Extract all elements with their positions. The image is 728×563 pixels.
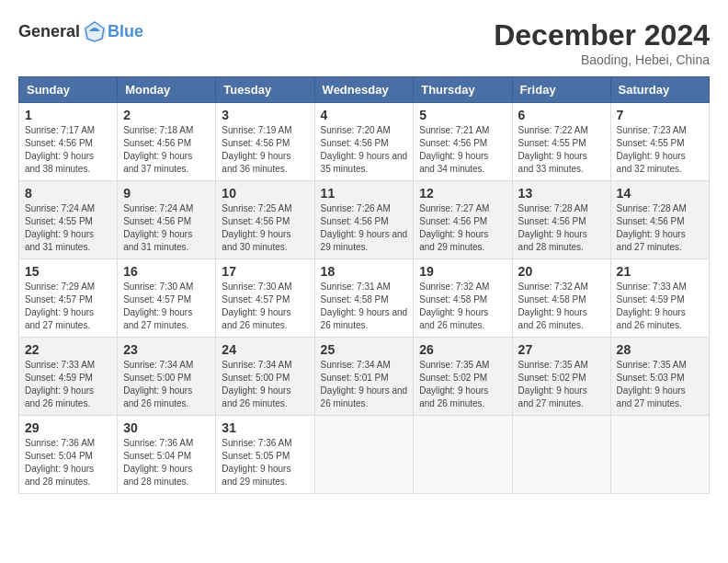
- calendar-cell: 23Sunrise: 7:34 AM Sunset: 5:00 PM Dayli…: [118, 338, 216, 416]
- day-info: Sunrise: 7:30 AM Sunset: 4:57 PM Dayligh…: [123, 281, 210, 332]
- day-info: Sunrise: 7:28 AM Sunset: 4:56 PM Dayligh…: [518, 202, 605, 254]
- day-number: 26: [419, 342, 506, 357]
- calendar-header-sunday: Sunday: [19, 77, 118, 103]
- day-number: 9: [123, 186, 210, 201]
- logo-general: General: [18, 22, 80, 41]
- calendar-cell: [610, 416, 709, 494]
- day-number: 4: [321, 108, 408, 122]
- calendar-cell: 14Sunrise: 7:28 AM Sunset: 4:56 PM Dayli…: [610, 181, 709, 259]
- day-info: Sunrise: 7:20 AM Sunset: 4:56 PM Dayligh…: [321, 124, 408, 176]
- day-info: Sunrise: 7:22 AM Sunset: 4:55 PM Dayligh…: [518, 124, 605, 176]
- day-number: 29: [25, 420, 111, 435]
- day-number: 12: [419, 186, 506, 201]
- day-info: Sunrise: 7:17 AM Sunset: 4:56 PM Dayligh…: [25, 124, 111, 176]
- calendar-cell: 5Sunrise: 7:21 AM Sunset: 4:56 PM Daylig…: [414, 103, 512, 181]
- day-number: 24: [222, 342, 308, 357]
- calendar-header-row: SundayMondayTuesdayWednesdayThursdayFrid…: [19, 77, 710, 103]
- day-info: Sunrise: 7:33 AM Sunset: 4:59 PM Dayligh…: [25, 359, 111, 410]
- calendar-cell: 1Sunrise: 7:17 AM Sunset: 4:56 PM Daylig…: [19, 103, 118, 181]
- day-number: 16: [123, 264, 210, 279]
- calendar-cell: 4Sunrise: 7:20 AM Sunset: 4:56 PM Daylig…: [314, 103, 414, 181]
- calendar-cell: [414, 416, 512, 494]
- month-year: December 2024: [494, 18, 710, 52]
- calendar-cell: 7Sunrise: 7:23 AM Sunset: 4:55 PM Daylig…: [610, 103, 709, 181]
- calendar-cell: 31Sunrise: 7:36 AM Sunset: 5:05 PM Dayli…: [216, 416, 314, 494]
- day-number: 31: [222, 420, 308, 435]
- day-number: 28: [617, 342, 703, 357]
- day-number: 21: [617, 264, 703, 279]
- calendar-cell: 3Sunrise: 7:19 AM Sunset: 4:56 PM Daylig…: [216, 103, 314, 181]
- calendar-cell: 20Sunrise: 7:32 AM Sunset: 4:58 PM Dayli…: [512, 259, 610, 338]
- calendar-header-saturday: Saturday: [610, 77, 709, 103]
- calendar-cell: [314, 416, 414, 494]
- day-info: Sunrise: 7:28 AM Sunset: 4:56 PM Dayligh…: [617, 202, 703, 254]
- day-number: 5: [419, 108, 506, 122]
- day-info: Sunrise: 7:26 AM Sunset: 4:56 PM Dayligh…: [321, 202, 408, 254]
- calendar-cell: 24Sunrise: 7:34 AM Sunset: 5:00 PM Dayli…: [216, 338, 314, 416]
- calendar-cell: 25Sunrise: 7:34 AM Sunset: 5:01 PM Dayli…: [314, 338, 414, 416]
- day-info: Sunrise: 7:33 AM Sunset: 4:59 PM Dayligh…: [617, 281, 703, 332]
- day-number: 13: [518, 186, 605, 201]
- day-info: Sunrise: 7:31 AM Sunset: 4:58 PM Dayligh…: [321, 281, 408, 332]
- calendar-cell: 26Sunrise: 7:35 AM Sunset: 5:02 PM Dayli…: [414, 338, 512, 416]
- day-number: 19: [419, 264, 506, 279]
- day-info: Sunrise: 7:29 AM Sunset: 4:57 PM Dayligh…: [25, 281, 111, 332]
- day-info: Sunrise: 7:35 AM Sunset: 5:02 PM Dayligh…: [518, 359, 605, 410]
- calendar-cell: 30Sunrise: 7:36 AM Sunset: 5:04 PM Dayli…: [118, 416, 216, 494]
- day-number: 10: [222, 186, 308, 201]
- day-info: Sunrise: 7:24 AM Sunset: 4:55 PM Dayligh…: [25, 202, 111, 254]
- calendar-table: SundayMondayTuesdayWednesdayThursdayFrid…: [18, 76, 710, 494]
- calendar-cell: 21Sunrise: 7:33 AM Sunset: 4:59 PM Dayli…: [610, 259, 709, 338]
- day-info: Sunrise: 7:36 AM Sunset: 5:05 PM Dayligh…: [222, 437, 308, 488]
- day-info: Sunrise: 7:34 AM Sunset: 5:00 PM Dayligh…: [222, 359, 308, 410]
- calendar-header-friday: Friday: [512, 77, 610, 103]
- day-info: Sunrise: 7:19 AM Sunset: 4:56 PM Dayligh…: [222, 124, 308, 176]
- calendar-week-row: 8Sunrise: 7:24 AM Sunset: 4:55 PM Daylig…: [19, 181, 710, 259]
- day-info: Sunrise: 7:27 AM Sunset: 4:56 PM Dayligh…: [419, 202, 506, 254]
- day-number: 1: [25, 108, 111, 122]
- day-number: 6: [518, 108, 605, 122]
- calendar-cell: 19Sunrise: 7:32 AM Sunset: 4:58 PM Dayli…: [414, 259, 512, 338]
- calendar-cell: 8Sunrise: 7:24 AM Sunset: 4:55 PM Daylig…: [19, 181, 118, 259]
- calendar-cell: 12Sunrise: 7:27 AM Sunset: 4:56 PM Dayli…: [414, 181, 512, 259]
- calendar-cell: 29Sunrise: 7:36 AM Sunset: 5:04 PM Dayli…: [19, 416, 118, 494]
- calendar-cell: 15Sunrise: 7:29 AM Sunset: 4:57 PM Dayli…: [19, 259, 118, 338]
- day-info: Sunrise: 7:23 AM Sunset: 4:55 PM Dayligh…: [617, 124, 703, 176]
- day-number: 2: [123, 108, 210, 122]
- calendar-cell: 22Sunrise: 7:33 AM Sunset: 4:59 PM Dayli…: [19, 338, 118, 416]
- day-info: Sunrise: 7:35 AM Sunset: 5:02 PM Dayligh…: [419, 359, 506, 410]
- location: Baoding, Hebei, China: [494, 52, 710, 67]
- day-info: Sunrise: 7:25 AM Sunset: 4:56 PM Dayligh…: [222, 202, 308, 254]
- calendar-cell: 9Sunrise: 7:24 AM Sunset: 4:56 PM Daylig…: [118, 181, 216, 259]
- calendar-week-row: 15Sunrise: 7:29 AM Sunset: 4:57 PM Dayli…: [19, 259, 710, 338]
- day-info: Sunrise: 7:21 AM Sunset: 4:56 PM Dayligh…: [419, 124, 506, 176]
- calendar-cell: 10Sunrise: 7:25 AM Sunset: 4:56 PM Dayli…: [216, 181, 314, 259]
- calendar-cell: 11Sunrise: 7:26 AM Sunset: 4:56 PM Dayli…: [314, 181, 414, 259]
- day-number: 23: [123, 342, 210, 357]
- day-number: 22: [25, 342, 111, 357]
- calendar-header-monday: Monday: [118, 77, 216, 103]
- calendar-cell: 17Sunrise: 7:30 AM Sunset: 4:57 PM Dayli…: [216, 259, 314, 338]
- logo: General Blue: [18, 18, 143, 44]
- calendar-week-row: 22Sunrise: 7:33 AM Sunset: 4:59 PM Dayli…: [19, 338, 710, 416]
- day-info: Sunrise: 7:30 AM Sunset: 4:57 PM Dayligh…: [222, 281, 308, 332]
- day-info: Sunrise: 7:34 AM Sunset: 5:00 PM Dayligh…: [123, 359, 210, 410]
- page-header: General Blue December 2024 Baoding, Hebe…: [18, 18, 710, 67]
- calendar-cell: 16Sunrise: 7:30 AM Sunset: 4:57 PM Dayli…: [118, 259, 216, 338]
- calendar-cell: [512, 416, 610, 494]
- calendar-cell: 27Sunrise: 7:35 AM Sunset: 5:02 PM Dayli…: [512, 338, 610, 416]
- day-number: 25: [321, 342, 408, 357]
- day-number: 17: [222, 264, 308, 279]
- day-info: Sunrise: 7:36 AM Sunset: 5:04 PM Dayligh…: [123, 437, 210, 488]
- calendar-cell: 6Sunrise: 7:22 AM Sunset: 4:55 PM Daylig…: [512, 103, 610, 181]
- day-number: 30: [123, 420, 210, 435]
- day-number: 7: [617, 108, 703, 122]
- calendar-cell: 18Sunrise: 7:31 AM Sunset: 4:58 PM Dayli…: [314, 259, 414, 338]
- logo-icon: [82, 18, 108, 44]
- day-info: Sunrise: 7:32 AM Sunset: 4:58 PM Dayligh…: [419, 281, 506, 332]
- day-number: 18: [321, 264, 408, 279]
- title-section: December 2024 Baoding, Hebei, China: [494, 18, 710, 67]
- day-info: Sunrise: 7:24 AM Sunset: 4:56 PM Dayligh…: [123, 202, 210, 254]
- day-info: Sunrise: 7:36 AM Sunset: 5:04 PM Dayligh…: [25, 437, 111, 488]
- day-number: 15: [25, 264, 111, 279]
